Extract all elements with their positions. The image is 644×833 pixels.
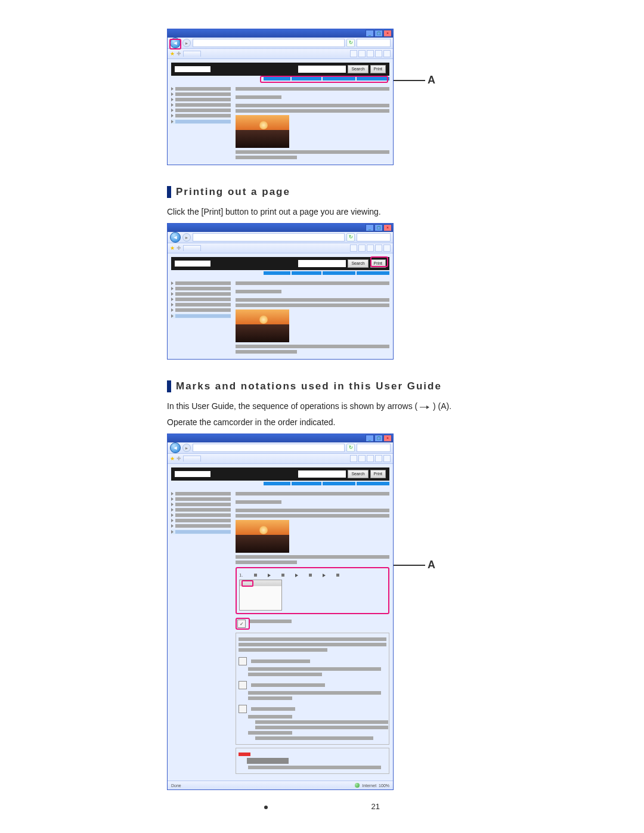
sidebar-item[interactable] <box>175 508 231 512</box>
expand-icon[interactable] <box>171 109 174 112</box>
sidebar-item[interactable] <box>175 98 231 101</box>
maximize-button[interactable]: ▢ <box>374 435 383 442</box>
expand-icon[interactable] <box>171 519 174 522</box>
site-search-button[interactable]: Search <box>348 65 368 73</box>
sidebar-item[interactable] <box>175 92 231 96</box>
breadcrumb-link[interactable] <box>292 271 321 275</box>
home-icon[interactable] <box>350 455 357 462</box>
expand-icon[interactable] <box>171 287 174 290</box>
sidebar-item[interactable] <box>175 87 231 91</box>
browser-search-field[interactable] <box>357 444 391 452</box>
favorites-icon[interactable]: ★ <box>170 456 175 462</box>
browser-tab[interactable] <box>183 245 201 251</box>
sidebar-item[interactable] <box>175 292 231 296</box>
print-icon[interactable] <box>367 50 374 57</box>
expand-icon[interactable] <box>171 524 174 528</box>
minimize-button[interactable]: _ <box>366 224 374 231</box>
browser-search-field[interactable] <box>357 39 391 47</box>
breadcrumb-link[interactable] <box>357 271 389 275</box>
expand-icon[interactable] <box>171 513 174 517</box>
expand-icon[interactable] <box>171 314 174 318</box>
close-button[interactable]: × <box>383 224 392 231</box>
back-button[interactable]: ◄ <box>170 442 181 453</box>
breadcrumb-link[interactable] <box>264 482 290 485</box>
minimize-button[interactable]: _ <box>366 30 374 37</box>
print-icon[interactable] <box>367 455 374 462</box>
address-bar[interactable] <box>193 233 345 241</box>
page-icon[interactable] <box>375 244 382 252</box>
sidebar-item[interactable] <box>175 492 231 496</box>
breadcrumb-link[interactable] <box>357 482 389 485</box>
expand-icon[interactable] <box>171 497 174 501</box>
add-favorite-icon[interactable]: ✚ <box>177 456 181 462</box>
sidebar-item[interactable] <box>175 287 231 290</box>
expand-icon[interactable] <box>171 503 174 506</box>
expand-icon[interactable] <box>171 98 174 101</box>
refresh-button[interactable]: ↻ <box>346 444 355 452</box>
sidebar-item-selected[interactable] <box>175 530 231 534</box>
sidebar-item[interactable] <box>175 513 231 517</box>
page-icon[interactable] <box>375 455 382 462</box>
tools-icon[interactable] <box>383 455 391 462</box>
address-bar[interactable] <box>193 39 345 47</box>
favorites-icon[interactable]: ★ <box>170 51 175 57</box>
site-print-button[interactable]: Print <box>370 470 386 478</box>
maximize-button[interactable]: ▢ <box>374 30 383 37</box>
close-button[interactable]: × <box>383 30 392 37</box>
sidebar-item[interactable] <box>175 303 231 306</box>
sidebar-item[interactable] <box>175 519 231 522</box>
forward-button[interactable]: ► <box>182 39 191 47</box>
sidebar-item[interactable] <box>175 114 231 117</box>
expand-icon[interactable] <box>171 530 174 534</box>
sidebar-item[interactable] <box>175 308 231 312</box>
expand-icon[interactable] <box>171 292 174 296</box>
home-icon[interactable] <box>350 50 357 57</box>
breadcrumb-link[interactable] <box>323 77 355 80</box>
expand-icon[interactable] <box>171 114 174 117</box>
favorites-icon[interactable]: ★ <box>170 245 175 251</box>
breadcrumb-link[interactable] <box>323 482 355 485</box>
browser-search-field[interactable] <box>357 233 391 241</box>
expand-icon[interactable] <box>171 103 174 107</box>
sidebar-item[interactable] <box>175 103 231 107</box>
address-bar[interactable] <box>193 444 345 452</box>
site-print-button[interactable]: Print <box>370 259 386 268</box>
sidebar-item-selected[interactable] <box>175 120 231 123</box>
site-search-button[interactable]: Search <box>348 259 368 268</box>
expand-icon[interactable] <box>171 492 174 496</box>
expand-icon[interactable] <box>171 308 174 312</box>
feeds-icon[interactable] <box>358 244 366 252</box>
print-icon[interactable] <box>367 244 374 252</box>
expand-icon[interactable] <box>171 303 174 306</box>
sidebar-item[interactable] <box>175 281 231 285</box>
expand-icon[interactable] <box>171 298 174 301</box>
sidebar-item[interactable] <box>175 497 231 501</box>
breadcrumb-link[interactable] <box>292 77 321 80</box>
forward-button[interactable]: ► <box>182 233 191 241</box>
browser-tab[interactable] <box>183 51 201 57</box>
add-favorite-icon[interactable]: ✚ <box>177 51 181 57</box>
site-search-input[interactable] <box>298 66 346 73</box>
sidebar-item[interactable] <box>175 503 231 506</box>
breadcrumb-link[interactable] <box>292 482 321 485</box>
sidebar-item[interactable] <box>175 109 231 112</box>
tools-icon[interactable] <box>383 50 391 57</box>
expand-icon[interactable] <box>171 508 174 512</box>
browser-tab[interactable] <box>183 456 201 462</box>
minimize-button[interactable]: _ <box>366 435 374 442</box>
feeds-icon[interactable] <box>358 455 366 462</box>
back-button[interactable]: ◄ <box>170 232 181 243</box>
expand-icon[interactable] <box>171 92 174 96</box>
expand-icon[interactable] <box>171 281 174 285</box>
feeds-icon[interactable] <box>358 50 366 57</box>
refresh-button[interactable]: ↻ <box>346 233 355 241</box>
breadcrumb-link[interactable] <box>323 271 355 275</box>
maximize-button[interactable]: ▢ <box>374 224 383 231</box>
expand-icon[interactable] <box>171 120 174 123</box>
sidebar-item-selected[interactable] <box>175 314 231 318</box>
back-button[interactable]: ◄ <box>170 38 181 48</box>
site-search-button[interactable]: Search <box>348 470 368 478</box>
sidebar-item[interactable] <box>175 524 231 528</box>
expand-icon[interactable] <box>171 87 174 91</box>
sidebar-item[interactable] <box>175 298 231 301</box>
